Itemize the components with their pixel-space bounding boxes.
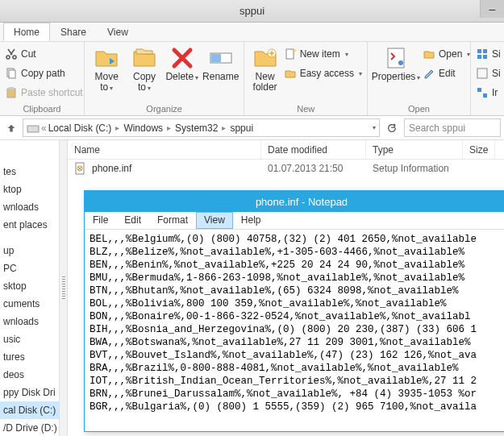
chevron-right-icon: ▸ bbox=[165, 123, 173, 132]
nav-item[interactable]: wnloads bbox=[0, 313, 59, 330]
notepad-body[interactable]: BEL,,,%Belgium%,(0) (800) 40758,(32) (2)… bbox=[85, 230, 504, 431]
copy-to-button[interactable]: Copy to▾ bbox=[127, 44, 162, 93]
search-input[interactable]: Search sppui bbox=[404, 118, 501, 137]
chevron-down-icon: ▾ bbox=[110, 85, 113, 92]
easy-access-button[interactable]: Easy access▾ bbox=[284, 64, 362, 82]
nav-item[interactable]: tures bbox=[0, 348, 59, 366]
chevron-down-icon: ▾ bbox=[359, 70, 362, 77]
copy-to-icon bbox=[131, 45, 157, 71]
copy-path-label: Copy path bbox=[21, 68, 65, 79]
group-open-label: Open bbox=[373, 102, 465, 115]
svg-rect-19 bbox=[27, 126, 39, 132]
nav-item[interactable]: cuments bbox=[0, 295, 59, 313]
svg-rect-7 bbox=[211, 54, 221, 62]
new-folder-icon bbox=[252, 45, 278, 71]
svg-rect-14 bbox=[477, 55, 481, 59]
nav-item[interactable]: /D Drive (D:) bbox=[0, 419, 59, 436]
svg-point-0 bbox=[6, 56, 10, 59]
col-size[interactable]: Size bbox=[463, 140, 495, 159]
cut-button[interactable]: Cut bbox=[5, 45, 83, 63]
col-date[interactable]: Date modified bbox=[261, 140, 366, 159]
cut-label: Cut bbox=[21, 48, 36, 60]
chevron-right-icon: ▸ bbox=[219, 123, 228, 132]
svg-rect-9 bbox=[286, 49, 294, 59]
invert-selection-icon bbox=[476, 86, 489, 99]
group-clipboard-label: Clipboard bbox=[5, 102, 79, 115]
bc-part[interactable]: System32 bbox=[175, 122, 218, 134]
edit-icon bbox=[423, 67, 435, 80]
menu-file[interactable]: File bbox=[85, 212, 116, 229]
group-organize-label: Organize bbox=[90, 102, 240, 115]
up-button[interactable] bbox=[3, 120, 19, 136]
delete-button[interactable]: Delete▾ bbox=[165, 44, 199, 83]
refresh-button[interactable] bbox=[383, 119, 401, 137]
window-title: sppui bbox=[240, 5, 264, 17]
svg-rect-3 bbox=[9, 70, 15, 78]
menu-format[interactable]: Format bbox=[149, 212, 196, 229]
bc-part[interactable]: Local Disk (C:) bbox=[48, 122, 112, 134]
new-item-icon bbox=[284, 48, 297, 60]
up-arrow-icon bbox=[6, 122, 17, 134]
new-folder-button[interactable]: New folder bbox=[249, 44, 280, 93]
nav-item[interactable]: tes bbox=[0, 163, 59, 181]
breadcrumb[interactable]: « Local Disk (C:)▸ Windows▸ System32▸ sp… bbox=[23, 118, 380, 137]
minimize-button[interactable]: – bbox=[480, 0, 504, 18]
open-icon bbox=[423, 48, 435, 60]
col-name[interactable]: Name bbox=[68, 140, 261, 159]
splitter[interactable] bbox=[60, 140, 68, 436]
file-row[interactable]: phone.inf 01.07.2013 21:50 Setup Informa… bbox=[68, 160, 504, 177]
nav-item[interactable]: wnloads bbox=[0, 198, 59, 216]
refresh-icon bbox=[386, 122, 398, 134]
nav-item[interactable]: PC bbox=[0, 260, 59, 277]
menu-edit[interactable]: Edit bbox=[116, 212, 149, 229]
delete-icon bbox=[169, 45, 195, 71]
svg-rect-15 bbox=[483, 55, 487, 59]
grip-icon bbox=[62, 276, 65, 301]
nav-item[interactable]: usic bbox=[0, 330, 59, 348]
select-2[interactable]: Si bbox=[476, 64, 501, 82]
rename-button[interactable]: Rename bbox=[202, 44, 239, 82]
notepad-title: phone.inf - Notepad bbox=[85, 191, 504, 212]
chevron-down-icon: ▾ bbox=[467, 51, 470, 58]
nav-tree[interactable]: tesktopwnloadsent placesupPCsktopcuments… bbox=[0, 140, 60, 436]
file-date: 01.07.2013 21:50 bbox=[261, 163, 366, 174]
nav-item[interactable]: up bbox=[0, 242, 59, 260]
open-button[interactable]: Open▾ bbox=[423, 45, 470, 63]
file-name: phone.inf bbox=[92, 163, 131, 174]
nav-item[interactable]: deos bbox=[0, 366, 59, 384]
edit-button[interactable]: Edit bbox=[423, 64, 470, 82]
nav-item[interactable]: ppy Disk Dri bbox=[0, 384, 59, 401]
properties-icon bbox=[383, 45, 409, 71]
chevron-down-icon[interactable]: ▾ bbox=[373, 124, 376, 131]
easy-access-icon bbox=[284, 67, 297, 80]
svg-rect-13 bbox=[483, 49, 487, 53]
tab-home[interactable]: Home bbox=[3, 23, 50, 41]
select-1[interactable]: Si bbox=[476, 45, 501, 63]
new-item-button[interactable]: New item▾ bbox=[284, 45, 362, 63]
notepad-window[interactable]: phone.inf - Notepad File Edit Format Vie… bbox=[84, 190, 504, 432]
svg-point-1 bbox=[13, 56, 16, 59]
svg-rect-17 bbox=[477, 88, 481, 92]
tab-share[interactable]: Share bbox=[50, 23, 97, 41]
nav-item[interactable]: cal Disk (C:) bbox=[0, 401, 59, 419]
menu-view[interactable]: View bbox=[196, 212, 233, 229]
svg-rect-4 bbox=[7, 89, 15, 98]
paste-shortcut-button[interactable]: Paste shortcut bbox=[5, 84, 83, 102]
chevron-down-icon: ▾ bbox=[345, 51, 348, 58]
copy-path-button[interactable]: Copy path bbox=[5, 64, 83, 82]
rename-icon bbox=[208, 45, 234, 71]
nav-item[interactable]: ent places bbox=[0, 216, 59, 234]
tab-view[interactable]: View bbox=[97, 23, 139, 41]
move-to-icon bbox=[94, 45, 119, 71]
properties-button[interactable]: Properties▾ bbox=[373, 44, 419, 83]
bc-part[interactable]: sppui bbox=[230, 122, 253, 134]
nav-item[interactable]: ktop bbox=[0, 181, 59, 198]
menu-help[interactable]: Help bbox=[233, 212, 269, 229]
nav-item[interactable]: sktop bbox=[0, 277, 59, 295]
select-none-icon bbox=[476, 67, 489, 80]
select-3[interactable]: Ir bbox=[476, 84, 501, 102]
bc-part[interactable]: Windows bbox=[123, 122, 163, 134]
col-type[interactable]: Type bbox=[366, 140, 463, 159]
svg-rect-18 bbox=[483, 93, 487, 98]
move-to-button[interactable]: Move to▾ bbox=[90, 44, 124, 93]
